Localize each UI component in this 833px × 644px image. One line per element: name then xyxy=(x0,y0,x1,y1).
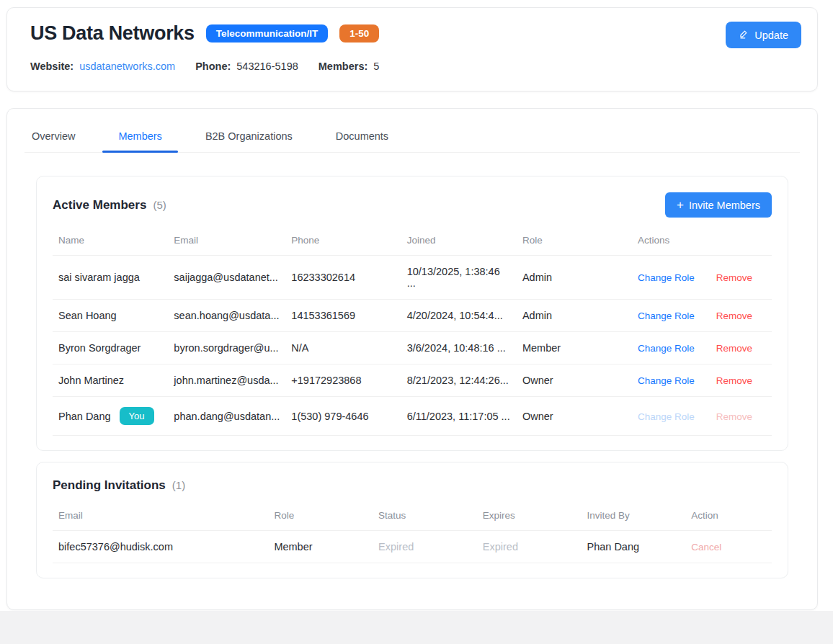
invitation-invited-by: Phan Dang xyxy=(582,531,686,563)
tab-bar: Overview Members B2B Organizations Docum… xyxy=(24,109,800,153)
phone-value: 543216-5198 xyxy=(236,61,298,72)
tab-documents[interactable]: Documents xyxy=(329,122,396,152)
website-meta: Website: usdatanetworks.com xyxy=(30,61,175,72)
tab-members[interactable]: Members xyxy=(111,122,169,152)
col-invited-by: Invited By xyxy=(582,503,686,531)
member-phone: 14153361569 xyxy=(285,300,401,332)
invite-members-button[interactable]: + Invite Members xyxy=(665,192,772,218)
member-name: Sean Hoang xyxy=(58,310,117,321)
member-email: john.martinez@usda... xyxy=(168,365,285,397)
member-row-self: Phan Dang You phan.dang@usdatan... 1(530… xyxy=(53,397,772,436)
member-row: Sean Hoang sean.hoang@usdata... 14153361… xyxy=(53,300,772,332)
invitation-email: bifec57376@hudisk.com xyxy=(53,531,268,563)
company-header-card: US Data Networks Telecommunication/IT 1-… xyxy=(6,7,818,91)
member-row: John Martinez john.martinez@usda... +191… xyxy=(53,365,772,397)
col-action: Action xyxy=(685,503,772,531)
members-meta: Members: 5 xyxy=(318,61,380,72)
tab-overview[interactable]: Overview xyxy=(24,122,82,152)
change-role-button[interactable]: Change Role xyxy=(638,343,695,354)
pending-invitations-section: Pending Invitations (1) Email Role Statu… xyxy=(36,462,788,578)
pending-invitations-table: Email Role Status Expires Invited By Act… xyxy=(53,503,772,563)
member-joined: 4/20/2024, 10:54:4... xyxy=(401,300,517,332)
member-role: Owner xyxy=(517,365,632,397)
active-members-header: Active Members (5) + Invite Members xyxy=(53,192,772,218)
col-role: Role xyxy=(517,228,632,256)
tab-b2b-organizations[interactable]: B2B Organizations xyxy=(198,122,300,152)
company-title: US Data Networks xyxy=(30,22,195,45)
member-phone: N/A xyxy=(285,332,401,365)
member-email: saijagga@usdatanet... xyxy=(168,256,285,300)
update-button-label: Update xyxy=(754,30,788,41)
col-expires: Expires xyxy=(477,503,582,531)
active-members-section: Active Members (5) + Invite Members Name… xyxy=(36,176,788,451)
member-role: Admin xyxy=(517,256,632,300)
remove-button-disabled: Remove xyxy=(716,411,752,422)
active-members-title: Active Members xyxy=(53,198,146,213)
website-label: Website: xyxy=(30,61,74,72)
members-table-header-row: Name Email Phone Joined Role Actions xyxy=(53,228,772,256)
member-joined: 10/13/2025, 1:38:46 ... xyxy=(401,256,517,300)
pending-table-header-row: Email Role Status Expires Invited By Act… xyxy=(53,503,772,531)
col-role: Role xyxy=(268,503,373,531)
col-status: Status xyxy=(373,503,477,531)
pending-invitations-count: (1) xyxy=(172,479,185,491)
member-email: phan.dang@usdatan... xyxy=(168,397,285,436)
phone-meta: Phone: 543216-5198 xyxy=(195,61,298,72)
col-phone: Phone xyxy=(285,228,401,256)
remove-button[interactable]: Remove xyxy=(716,272,752,283)
member-role: Member xyxy=(517,332,632,365)
invitation-role: Member xyxy=(268,531,373,563)
pending-invitations-title-wrap: Pending Invitations (1) xyxy=(53,478,185,493)
main-content-card: Overview Members B2B Organizations Docum… xyxy=(6,108,818,610)
col-actions: Actions xyxy=(632,228,772,256)
member-row: Byron Sorgdrager byron.sorgdrager@u... N… xyxy=(53,332,772,365)
change-role-button[interactable]: Change Role xyxy=(638,272,695,283)
remove-button[interactable]: Remove xyxy=(716,343,752,354)
you-badge: You xyxy=(120,407,154,425)
col-name: Name xyxy=(53,228,168,256)
member-phone: +19172923868 xyxy=(285,365,401,397)
change-role-button[interactable]: Change Role xyxy=(638,375,695,386)
members-label: Members: xyxy=(318,61,368,72)
member-role: Owner xyxy=(517,397,632,436)
invitation-status: Expired xyxy=(373,531,477,563)
pending-invitations-header: Pending Invitations (1) xyxy=(53,478,772,493)
col-email: Email xyxy=(168,228,285,256)
change-role-button[interactable]: Change Role xyxy=(638,310,695,321)
member-row: sai sivaram jagga saijagga@usdatanet... … xyxy=(53,256,772,300)
cancel-invitation-button-disabled: Cancel xyxy=(691,542,721,553)
member-phone: 16233302614 xyxy=(285,256,401,300)
active-members-title-wrap: Active Members (5) xyxy=(53,198,166,213)
phone-label: Phone: xyxy=(195,61,231,72)
invitation-expires: Expired xyxy=(477,531,582,563)
footer-background-strip xyxy=(0,611,833,644)
active-members-count: (5) xyxy=(153,199,166,211)
member-email: sean.hoang@usdata... xyxy=(168,300,285,332)
member-role: Admin xyxy=(517,300,632,332)
col-joined: Joined xyxy=(401,228,517,256)
title-row: US Data Networks Telecommunication/IT 1-… xyxy=(30,22,794,45)
member-name: John Martinez xyxy=(58,375,124,386)
industry-badge: Telecommunication/IT xyxy=(206,24,329,43)
update-button[interactable]: Update xyxy=(726,22,801,48)
website-link[interactable]: usdatanetworks.com xyxy=(79,61,175,72)
invite-members-label: Invite Members xyxy=(689,200,760,211)
member-joined: 3/6/2024, 10:48:16 ... xyxy=(401,332,517,365)
member-email: byron.sorgdrager@u... xyxy=(168,332,285,365)
member-phone: 1(530) 979-4646 xyxy=(285,397,401,436)
edit-pencil-icon xyxy=(739,29,749,41)
company-meta-row: Website: usdatanetworks.com Phone: 54321… xyxy=(30,61,794,72)
col-email: Email xyxy=(53,503,268,531)
remove-button[interactable]: Remove xyxy=(716,375,752,386)
plus-icon: + xyxy=(677,199,684,211)
pending-invitations-title: Pending Invitations xyxy=(53,478,166,493)
members-count-value: 5 xyxy=(373,61,379,72)
invitation-row: bifec57376@hudisk.com Member Expired Exp… xyxy=(53,531,772,563)
page: US Data Networks Telecommunication/IT 1-… xyxy=(0,0,833,610)
member-name: Byron Sorgdrager xyxy=(58,342,141,354)
member-name: Phan Dang xyxy=(58,411,111,422)
member-joined: 6/11/2023, 11:17:05 ... xyxy=(401,397,517,436)
company-size-badge: 1-50 xyxy=(339,24,379,43)
active-members-table: Name Email Phone Joined Role Actions sai… xyxy=(53,228,772,436)
remove-button[interactable]: Remove xyxy=(716,310,752,321)
